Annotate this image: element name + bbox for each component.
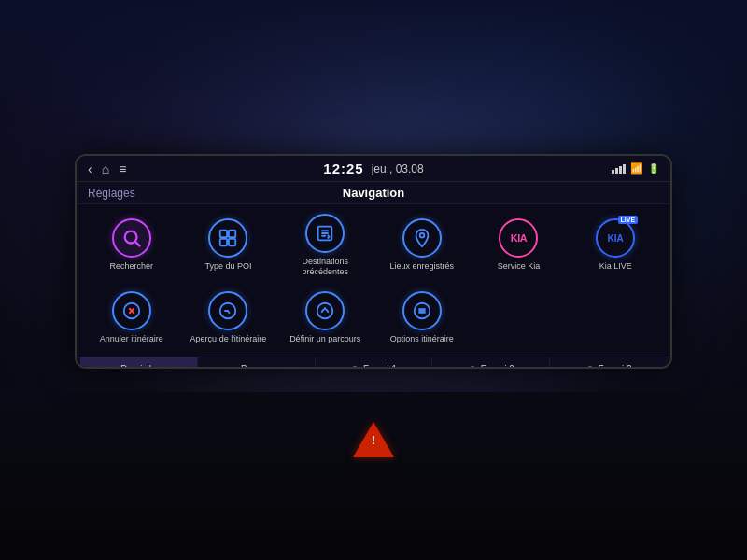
favorites-bar: Domicile Bureau ⊕ Favori 1 ⊕ Favori 2 ⊕ … (77, 357, 670, 369)
options-itineraire-button[interactable]: Options itinéraire (374, 283, 470, 354)
svg-rect-5 (229, 239, 235, 245)
fav-domicile[interactable]: Domicile (80, 357, 198, 369)
definir-parcours-button[interactable]: Définir un parcours (277, 283, 373, 354)
rechercher-icon (112, 218, 151, 258)
apercu-itineraire-button[interactable]: Aperçu de l'itinéraire (181, 283, 276, 354)
svg-point-10 (420, 233, 425, 238)
fav-2[interactable]: ⊕ Favori 2 (432, 357, 550, 369)
annuler-icon (112, 291, 151, 330)
menu-button[interactable]: ≡ (119, 161, 126, 176)
clock-area: 12:25 jeu., 03.08 (323, 161, 423, 176)
fav3-label: Favori 3 (599, 364, 632, 369)
infotainment-screen: ‹ ⌂ ≡ 12:25 jeu., 03.08 📶 🔋 Réglages Nav… (75, 154, 672, 369)
lieux-icon (402, 218, 442, 258)
fav-1[interactable]: ⊕ Favori 1 (316, 357, 433, 369)
definir-label: Définir un parcours (289, 334, 360, 344)
type-poi-icon (208, 218, 247, 258)
hazard-area: ! (350, 420, 397, 461)
apercu-icon (208, 291, 247, 330)
destinations-label: Destinations précédentes (279, 257, 371, 277)
current-date: jeu., 03.08 (372, 162, 424, 175)
settings-label[interactable]: Réglages (88, 187, 200, 200)
back-button[interactable]: ‹ (88, 161, 92, 176)
empty-slot-1 (472, 283, 567, 354)
navigation-grid: Rechercher Type du POI (77, 204, 670, 357)
page-title: Navigation (343, 186, 404, 200)
wifi-icon: 📶 (630, 162, 643, 175)
svg-point-0 (124, 231, 136, 244)
service-kia-button[interactable]: KIA Service Kia (472, 210, 567, 281)
svg-line-1 (135, 243, 140, 247)
fav3-plus-icon: ⊕ (585, 363, 595, 369)
svg-rect-2 (220, 231, 227, 237)
lieux-label: Lieux enregistrés (390, 261, 455, 272)
svg-point-13 (317, 303, 333, 319)
type-poi-button[interactable]: Type du POI (181, 210, 276, 281)
signal-icon (612, 164, 626, 174)
destinations-icon (305, 214, 345, 253)
current-time: 12:25 (323, 161, 363, 176)
hazard-button[interactable]: ! (350, 420, 397, 461)
definir-icon (305, 291, 345, 330)
annuler-label: Annuler itinéraire (100, 334, 163, 344)
fav-domicile-label: Domicile (120, 364, 156, 369)
kia-live-button[interactable]: LIVE KIA Kia LIVE (568, 210, 663, 281)
destinations-precedentes-button[interactable]: Destinations précédentes (277, 210, 373, 281)
status-bar: ‹ ⌂ ≡ 12:25 jeu., 03.08 📶 🔋 (77, 156, 670, 182)
fav2-plus-icon: ⊕ (468, 363, 477, 369)
fav1-label: Favori 1 (363, 364, 397, 369)
live-badge: LIVE (618, 216, 639, 224)
lieux-enregistres-button[interactable]: Lieux enregistrés (374, 210, 470, 281)
fav2-label: Favori 2 (481, 364, 514, 369)
battery-icon: 🔋 (648, 163, 659, 174)
fav-bureau-label: Bureau (241, 364, 271, 369)
system-status: 📶 🔋 (612, 162, 659, 175)
fav1-plus-icon: ⊕ (350, 363, 359, 369)
options-icon (402, 291, 442, 330)
apercu-label: Aperçu de l'itinéraire (190, 334, 267, 344)
options-label: Options itinéraire (390, 334, 454, 344)
home-button[interactable]: ⌂ (102, 161, 109, 176)
fav-3[interactable]: ⊕ Favori 3 (550, 357, 667, 369)
annuler-itineraire-button[interactable]: Annuler itinéraire (84, 283, 179, 354)
type-poi-label: Type du POI (204, 261, 251, 272)
rechercher-label: Rechercher (110, 261, 154, 272)
kia-live-label: Kia LIVE (599, 261, 632, 272)
fav-bureau[interactable]: Bureau (198, 357, 316, 369)
rechercher-button[interactable]: Rechercher (84, 210, 179, 281)
dashboard-area: ! (0, 392, 747, 560)
svg-rect-4 (220, 239, 227, 245)
header-bar: Réglages Navigation (77, 182, 670, 204)
nav-controls: ‹ ⌂ ≡ (88, 161, 126, 176)
empty-slot-2 (568, 283, 663, 354)
kia-live-icon: LIVE KIA (596, 218, 635, 258)
service-kia-label: Service Kia (498, 261, 541, 272)
service-kia-icon: KIA (499, 218, 538, 258)
svg-rect-3 (229, 231, 235, 237)
